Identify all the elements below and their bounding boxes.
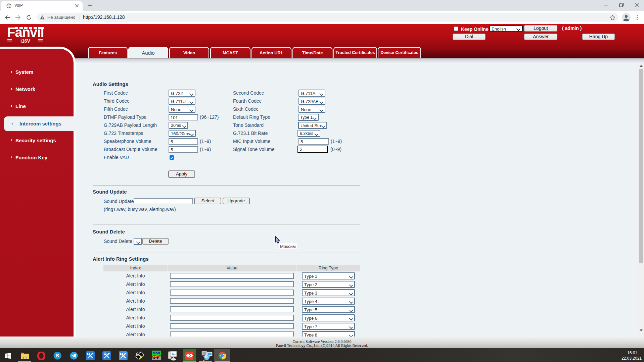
svg-text:S: S [56,353,59,358]
svg-text:Mod: Mod [152,351,160,355]
